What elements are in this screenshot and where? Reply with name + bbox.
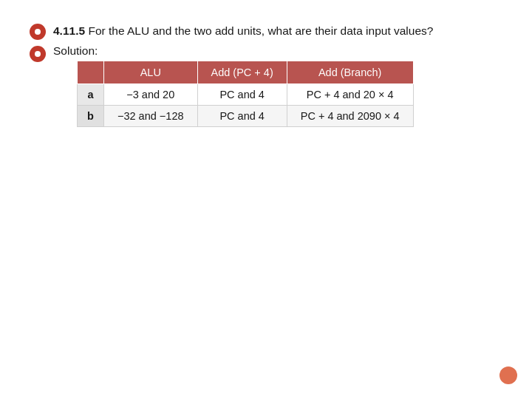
nav-dot[interactable] xyxy=(499,366,517,384)
solution-label: Solution: xyxy=(53,44,414,58)
page: 4.11.5 For the ALU and the two add units… xyxy=(0,0,532,399)
col-header-add-branch: Add (Branch) xyxy=(287,61,413,84)
row-b-add-pc4: PC and 4 xyxy=(197,106,287,127)
table-row: b −32 and −128 PC and 4 PC + 4 and 2090 … xyxy=(78,106,414,127)
table-row: a −3 and 20 PC and 4 PC + 4 and 20 × 4 xyxy=(78,84,414,106)
row-a-add-branch: PC + 4 and 20 × 4 xyxy=(287,84,413,106)
solution-label-wrapper: Solution: ALU Add (PC + 4) Add (Branch) xyxy=(53,44,414,127)
data-table: ALU Add (PC + 4) Add (Branch) a −3 and 2… xyxy=(77,61,414,127)
question-number: 4.11.5 xyxy=(53,24,85,37)
table-container: ALU Add (PC + 4) Add (Branch) a −3 and 2… xyxy=(77,61,414,127)
question-text: 4.11.5 For the ALU and the two add units… xyxy=(53,22,433,39)
row-b-label: b xyxy=(78,106,104,127)
question-body: For the ALU and the two add units, what … xyxy=(85,24,433,37)
row-b-add-branch: PC + 4 and 2090 × 4 xyxy=(287,106,413,127)
col-header-alu: ALU xyxy=(104,61,198,84)
table-header-row: ALU Add (PC + 4) Add (Branch) xyxy=(78,61,414,84)
col-header-add-pc4: Add (PC + 4) xyxy=(197,61,287,84)
col-header-empty xyxy=(78,61,104,84)
question-bullet-icon xyxy=(30,24,46,40)
solution-bullet-icon xyxy=(30,46,46,62)
row-a-label: a xyxy=(78,84,104,106)
row-a-alu: −3 and 20 xyxy=(104,84,198,106)
row-b-alu: −32 and −128 xyxy=(104,106,198,127)
row-a-add-pc4: PC and 4 xyxy=(197,84,287,106)
question-section: 4.11.5 For the ALU and the two add units… xyxy=(30,22,502,40)
solution-section: Solution: ALU Add (PC + 4) Add (Branch) xyxy=(30,44,502,127)
